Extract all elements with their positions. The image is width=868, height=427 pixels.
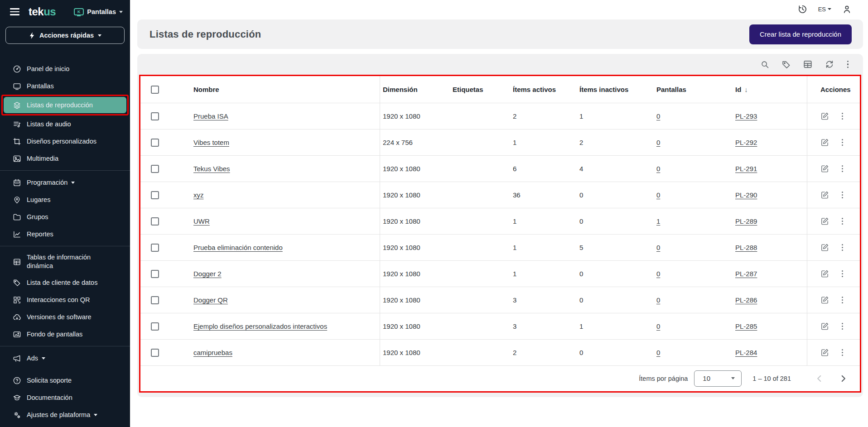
sidebar-item-listas-de-audio[interactable]: Listas de audio <box>0 115 130 133</box>
row-menu-button[interactable] <box>841 164 844 173</box>
playlist-name-link[interactable]: UWR <box>193 217 210 225</box>
refresh-icon[interactable] <box>825 59 834 69</box>
edit-button[interactable] <box>820 269 829 278</box>
edit-button[interactable] <box>820 191 829 199</box>
header-dimension[interactable]: Dimensión <box>380 76 450 103</box>
screens-link[interactable]: 0 <box>656 322 660 330</box>
row-menu-button[interactable] <box>841 296 844 304</box>
playlist-name-link[interactable]: Ejemplo diseños personalizados interacti… <box>193 322 327 330</box>
sidebar-item-programacion[interactable]: Programación <box>0 174 130 191</box>
edit-button[interactable] <box>820 217 829 225</box>
sidebar-item-pantallas[interactable]: Pantallas <box>0 77 130 95</box>
sidebar-item-documentacion[interactable]: Documentación <box>0 389 130 406</box>
row-checkbox[interactable] <box>151 217 159 225</box>
sidebar-item-panel-de-inicio[interactable]: Panel de inicio <box>0 60 130 77</box>
row-checkbox[interactable] <box>151 191 159 199</box>
history-icon[interactable] <box>798 5 807 14</box>
edit-button[interactable] <box>820 348 829 357</box>
edit-button[interactable] <box>820 243 829 252</box>
search-icon[interactable] <box>760 60 770 69</box>
playlist-id-link[interactable]: PL-290 <box>735 191 757 199</box>
sidebar-item-versiones-software[interactable]: Versiones de software <box>0 308 130 326</box>
user-icon[interactable] <box>842 5 852 14</box>
quick-actions-button[interactable]: Acciones rápidas <box>5 27 125 44</box>
playlist-id-link[interactable]: PL-287 <box>735 270 757 278</box>
edit-button[interactable] <box>820 322 829 331</box>
playlist-name-link[interactable]: xyz <box>193 191 204 199</box>
screens-link[interactable]: 0 <box>656 112 660 120</box>
sidebar-item-listas-de-reproduccion[interactable]: Listas de reproducción <box>4 97 126 113</box>
sidebar-item-grupos[interactable]: Grupos <box>0 208 130 225</box>
row-menu-button[interactable] <box>841 322 844 331</box>
previous-page-icon[interactable] <box>815 374 825 384</box>
row-menu-button[interactable] <box>841 191 844 199</box>
next-page-icon[interactable] <box>838 374 848 384</box>
playlist-id-link[interactable]: PL-293 <box>735 112 757 120</box>
playlist-name-link[interactable]: Tekus Vibes <box>193 165 230 173</box>
screens-link[interactable]: 0 <box>656 191 660 199</box>
header-etiquetas[interactable]: Etiquetas <box>450 76 510 103</box>
playlist-id-link[interactable]: PL-284 <box>735 349 757 356</box>
header-id[interactable]: Id↓ <box>733 76 807 103</box>
playlist-name-link[interactable]: Vibes totem <box>193 139 229 146</box>
screens-link[interactable]: 1 <box>656 217 660 225</box>
row-checkbox[interactable] <box>151 296 159 304</box>
sidebar-item-lista-cliente-datos[interactable]: Lista de cliente de datos <box>0 274 130 291</box>
playlist-id-link[interactable]: PL-286 <box>735 296 757 304</box>
row-checkbox[interactable] <box>151 165 159 173</box>
screens-link[interactable]: 0 <box>656 349 660 356</box>
row-checkbox[interactable] <box>151 244 159 252</box>
row-checkbox[interactable] <box>151 139 159 147</box>
create-playlist-button[interactable]: Crear lista de reproducción <box>749 24 852 44</box>
edit-button[interactable] <box>820 296 829 304</box>
table-view-icon[interactable] <box>803 59 813 69</box>
header-items-activos[interactable]: Ítems activos <box>510 76 577 103</box>
sidebar-item-fondo-pantallas[interactable]: Fondo de pantallas <box>0 326 130 343</box>
row-checkbox[interactable] <box>151 322 159 331</box>
playlist-name-link[interactable]: Prueba eliminación contenido <box>193 244 283 251</box>
more-options-icon[interactable] <box>846 60 850 69</box>
page-size-select[interactable]: 10 <box>694 370 742 387</box>
playlist-id-link[interactable]: PL-288 <box>735 244 757 251</box>
sidebar-item-multimedia[interactable]: Multimedia <box>0 150 130 167</box>
header-pantallas[interactable]: Pantallas <box>654 76 733 103</box>
sidebar-item-ads[interactable]: Ads <box>0 350 130 367</box>
playlist-name-link[interactable]: Prueba ISA <box>193 112 228 120</box>
screens-link[interactable]: 0 <box>656 244 660 251</box>
playlist-id-link[interactable]: PL-285 <box>735 322 757 330</box>
tag-icon[interactable] <box>781 60 791 69</box>
edit-button[interactable] <box>820 112 829 120</box>
sidebar-item-tablas-informacion-dinamica[interactable]: Tablas de información dinámica <box>0 249 130 274</box>
language-selector[interactable]: ES <box>818 6 831 13</box>
header-items-inactivos[interactable]: Ítems inactivos <box>577 76 654 103</box>
row-menu-button[interactable] <box>841 269 844 278</box>
sidebar-item-disenos-personalizados[interactable]: Diseños personalizados <box>0 133 130 150</box>
screens-link[interactable]: 0 <box>656 270 660 278</box>
row-menu-button[interactable] <box>841 138 844 147</box>
edit-button[interactable] <box>820 138 829 147</box>
row-checkbox[interactable] <box>151 112 159 120</box>
hamburger-menu-icon[interactable] <box>10 8 19 15</box>
row-checkbox[interactable] <box>151 349 159 357</box>
playlist-id-link[interactable]: PL-291 <box>735 165 757 173</box>
sidebar-item-interacciones-qr[interactable]: Interacciones con QR <box>0 291 130 308</box>
sidebar-item-solicita-soporte[interactable]: Solicita soporte <box>0 372 130 389</box>
playlist-name-link[interactable]: Dogger 2 <box>193 270 222 278</box>
screens-link[interactable]: 0 <box>656 139 660 146</box>
playlist-id-link[interactable]: PL-289 <box>735 217 757 225</box>
header-nombre[interactable]: Nombre <box>174 76 380 103</box>
screens-link[interactable]: 0 <box>656 165 660 173</box>
context-switcher[interactable]: K Pantallas <box>74 8 123 15</box>
select-all-checkbox[interactable] <box>151 86 159 94</box>
row-menu-button[interactable] <box>841 217 844 225</box>
sidebar-item-lugares[interactable]: Lugares <box>0 191 130 208</box>
row-menu-button[interactable] <box>841 243 844 252</box>
sidebar-item-reportes[interactable]: Reportes <box>0 225 130 243</box>
screens-link[interactable]: 0 <box>656 296 660 304</box>
playlist-name-link[interactable]: camipruebas <box>193 349 232 356</box>
edit-button[interactable] <box>820 164 829 173</box>
playlist-id-link[interactable]: PL-292 <box>735 139 757 146</box>
row-menu-button[interactable] <box>841 348 844 357</box>
row-menu-button[interactable] <box>841 112 844 120</box>
playlist-name-link[interactable]: Dogger QR <box>193 296 228 304</box>
